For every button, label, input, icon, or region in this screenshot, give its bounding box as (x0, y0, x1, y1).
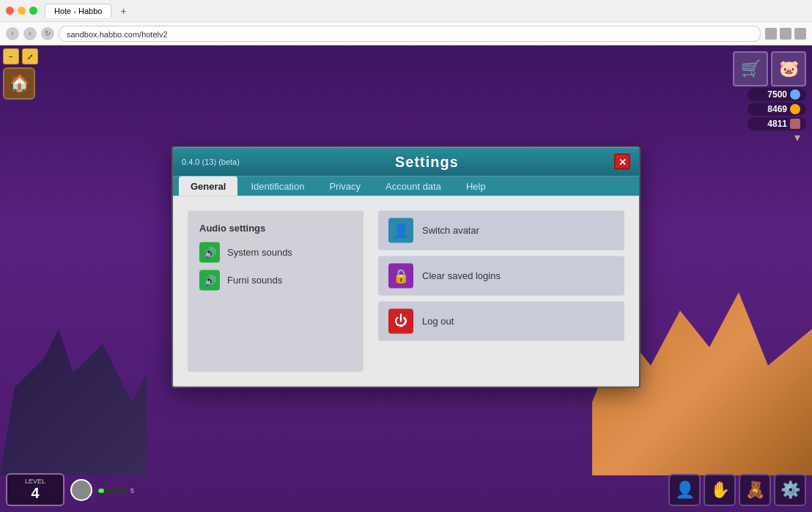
traffic-lights (6, 7, 37, 15)
level-number: 4 (31, 485, 39, 502)
dialog-tabs: General Identification Privacy Account d… (173, 176, 639, 196)
switch-avatar-label: Switch avatar (422, 225, 479, 236)
level-label: LEVEL (25, 478, 45, 485)
nav-avatar-icon[interactable]: 👤 (668, 474, 701, 506)
system-sounds-icon: 🔊 (199, 242, 220, 262)
dialog-body: Audio settings 🔊 System sounds 🔊 Furni s… (173, 196, 639, 386)
clear-logins-icon: 🔒 (388, 263, 413, 288)
browser-addressbar: ‹ › ↻ sandbox.habbo.com/hotelv2 (0, 22, 812, 45)
system-sounds-item[interactable]: 🔊 System sounds (199, 242, 352, 262)
dialog-close-button[interactable]: ✕ (614, 154, 630, 170)
close-traffic-light[interactable] (6, 7, 14, 15)
new-tab-button[interactable]: + (114, 3, 132, 19)
hud-bottom-left: LEVEL 4 5 (6, 473, 134, 506)
hud-bottom-right: 👤 ✋ 🧸 ⚙️ (668, 474, 806, 506)
menu-icon[interactable] (794, 28, 806, 40)
player-avatar (70, 479, 92, 501)
nav-catalog-icon[interactable]: 🧸 (739, 474, 771, 506)
tab-general[interactable]: General (179, 176, 237, 196)
dialog-titlebar: 0.4.0 (13) (beta) Settings ✕ (173, 147, 639, 176)
logout-icon: ⏻ (388, 308, 413, 333)
xp-bar (98, 489, 128, 493)
settings-dialog: 0.4.0 (13) (beta) Settings ✕ General Ide… (171, 146, 641, 387)
extensions-icon[interactable] (780, 28, 791, 40)
refresh-button[interactable]: ↻ (41, 27, 54, 40)
dialog-version: 0.4.0 (13) (beta) (182, 157, 240, 166)
game-background: − ⤢ 🏠 🛒 🐷 7500 8469 4811 ▾ 0.4.0 (13) (b… (0, 45, 812, 512)
tab-privacy[interactable]: Privacy (317, 176, 372, 196)
clear-logins-label: Clear saved logins (422, 270, 501, 281)
tab-help[interactable]: Help (454, 176, 498, 196)
clear-saved-logins-button[interactable]: 🔒 Clear saved logins (378, 256, 624, 295)
browser-titlebar: Hote - Habbo + (0, 0, 812, 22)
actions-panel: 👤 Switch avatar 🔒 Clear saved logins ⏻ L… (378, 210, 624, 371)
system-sounds-label: System sounds (227, 247, 292, 258)
dialog-title: Settings (395, 153, 459, 170)
tab-account-data[interactable]: Account data (374, 176, 453, 196)
active-tab[interactable]: Hote - Habbo (45, 4, 111, 18)
maximize-traffic-light[interactable] (29, 7, 37, 15)
audio-settings-panel: Audio settings 🔊 System sounds 🔊 Furni s… (188, 210, 363, 371)
furni-sounds-icon: 🔊 (199, 270, 220, 290)
furni-sounds-item[interactable]: 🔊 Furni sounds (199, 270, 352, 290)
modal-overlay: 0.4.0 (13) (beta) Settings ✕ General Ide… (0, 45, 812, 512)
back-button[interactable]: ‹ (6, 27, 19, 40)
log-out-button[interactable]: ⏻ Log out (378, 301, 624, 341)
nav-wave-icon[interactable]: ✋ (704, 474, 736, 506)
browser-tabs: Hote - Habbo + (45, 3, 133, 19)
xp-bar-fill (98, 489, 104, 493)
furni-sounds-label: Furni sounds (227, 275, 282, 286)
browser-toolbar-icons (765, 28, 806, 40)
xp-bar-label: 5 (130, 487, 134, 494)
nav-settings-icon[interactable]: ⚙️ (774, 474, 806, 506)
switch-avatar-button[interactable]: 👤 Switch avatar (378, 210, 624, 250)
minimize-traffic-light[interactable] (18, 7, 26, 15)
tab-identification[interactable]: Identification (239, 176, 316, 196)
address-input[interactable]: sandbox.habbo.com/hotelv2 (59, 26, 761, 42)
xp-bar-row: 5 (98, 487, 134, 494)
logout-label: Log out (422, 316, 454, 327)
switch-avatar-icon: 👤 (388, 218, 413, 242)
level-box: LEVEL 4 (6, 473, 64, 506)
forward-button[interactable]: › (23, 27, 37, 40)
bookmark-icon[interactable] (765, 28, 777, 40)
audio-settings-title: Audio settings (199, 222, 352, 233)
browser-chrome: Hote - Habbo + ‹ › ↻ sandbox.habbo.com/h… (0, 0, 812, 46)
